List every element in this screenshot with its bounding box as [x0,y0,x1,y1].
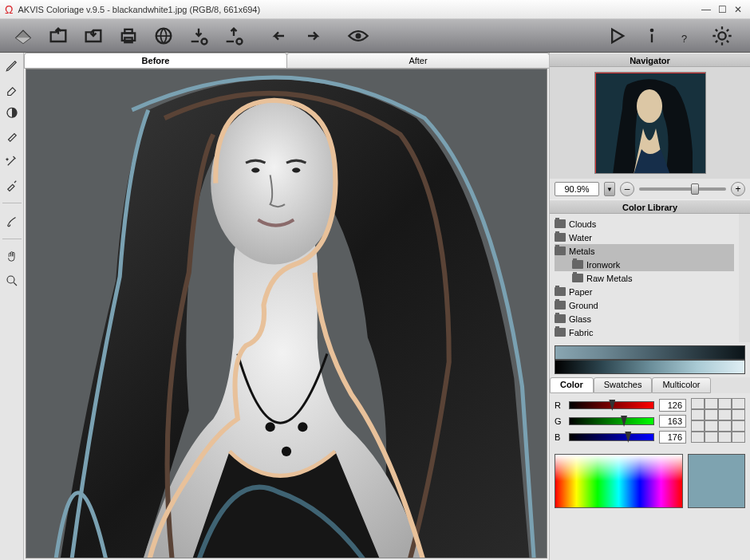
tree-node-ground[interactable]: Ground [555,298,734,312]
zoom-tool[interactable] [2,271,22,290]
zoom-value[interactable]: 90.9% [555,182,599,196]
tree-label: Water [569,233,592,243]
tree-label: Ironwork [586,260,620,270]
tube-tool[interactable] [2,128,22,147]
tree-node-ironwork[interactable]: Ironwork [555,258,734,271]
color-picker-row [550,451,750,511]
svg-point-18 [298,422,307,432]
svg-point-13 [211,102,338,265]
tab-before[interactable]: Before [24,53,287,68]
svg-rect-1 [124,29,132,33]
gradient-top[interactable] [555,345,745,360]
b-slider[interactable] [569,433,654,441]
tree-label: Fabric [569,328,594,337]
eyedropper-tool[interactable] [2,175,22,195]
zoom-controls: 90.9% ▼ – + [550,179,750,199]
tree-node-clouds[interactable]: Clouds [555,217,734,231]
save-file-button[interactable] [78,22,109,50]
window-title: AKVIS Coloriage v.9.5 - blackandwhite1.j… [18,5,697,14]
svg-point-15 [292,168,300,172]
svg-point-5 [237,38,243,44]
eraser-tool[interactable] [2,80,22,99]
undo-button[interactable] [263,22,294,50]
color-library-header: Color Library [550,199,750,214]
image-canvas[interactable] [26,69,547,558]
print-button[interactable] [113,22,144,50]
tree-node-paper[interactable]: Paper [555,285,734,298]
tree-scrollbar[interactable] [739,214,750,342]
redo-button[interactable] [298,22,329,50]
svg-point-16 [266,422,275,432]
titlebar: Ω AKVIS Coloriage v.9.5 - blackandwhite1… [0,0,750,19]
svg-point-17 [282,447,291,456]
tab-multicolor[interactable]: Multicolor [652,377,710,393]
keep-color-tool[interactable] [2,104,22,123]
svg-point-10 [718,32,725,39]
maximize-button[interactable]: ☐ [715,4,729,15]
svg-point-14 [251,168,259,172]
pencil-tool[interactable] [2,56,22,75]
g-slider[interactable] [569,417,654,425]
settings-button[interactable] [707,22,737,50]
gradient-swatches[interactable] [550,342,750,377]
brush-tool[interactable] [2,211,22,231]
main-toolbar: ? [0,19,750,53]
color-library-tree: Clouds Water Metals Ironwork Raw Metals … [550,214,739,342]
tree-label: Paper [569,287,592,297]
magic-tool[interactable] [2,152,22,171]
g-label: G [555,416,564,426]
export-strokes-button[interactable] [219,22,249,50]
tree-label: Raw Metals [586,274,632,283]
app-logo-icon: Ω [5,3,13,16]
gradient-bottom[interactable] [555,360,745,374]
tree-label: Glass [569,314,591,324]
hand-tool[interactable] [2,247,22,266]
spectrum-picker[interactable] [555,454,683,508]
svg-rect-8 [651,34,653,41]
zoom-dropdown[interactable]: ▼ [604,182,615,196]
tab-swatches[interactable]: Swatches [594,377,653,393]
navigator-header: Navigator [550,53,750,67]
svg-point-4 [202,38,207,44]
r-value[interactable]: 126 [659,399,686,412]
current-color-swatch[interactable] [688,454,745,508]
run-button[interactable] [602,22,632,50]
share-button[interactable] [148,22,179,50]
b-value[interactable]: 176 [659,431,686,444]
zoom-out-button[interactable]: – [620,182,634,196]
rgb-panel: R 126 G 163 B 176 [550,393,750,451]
svg-point-20 [637,89,662,123]
before-after-tabs: Before After [24,53,549,69]
tree-node-rawmetals[interactable]: Raw Metals [555,271,734,285]
right-panel: Navigator 90.9% ▼ – + Color Library [549,53,750,560]
zoom-in-button[interactable]: + [731,182,745,196]
tree-node-fabric[interactable]: Fabric [555,325,734,339]
vertical-toolbox [0,53,24,560]
tree-node-metals[interactable]: Metals [555,244,734,258]
tab-after[interactable]: After [286,53,550,68]
color-tabs: Color Swatches Multicolor [550,377,750,393]
help-button[interactable]: ? [672,22,702,50]
info-button[interactable] [637,22,667,50]
svg-point-11 [7,276,14,283]
app-icon-bucket [8,22,38,50]
g-value[interactable]: 163 [659,415,686,428]
preview-button[interactable] [343,22,373,50]
svg-text:?: ? [681,33,687,45]
svg-point-6 [356,33,361,38]
open-file-button[interactable] [43,22,73,50]
r-slider[interactable] [569,401,654,409]
tree-node-glass[interactable]: Glass [555,312,734,325]
palette-grid[interactable] [691,398,745,443]
svg-point-7 [650,28,654,32]
navigator-preview[interactable] [550,67,750,179]
close-button[interactable]: ✕ [731,4,745,15]
import-strokes-button[interactable] [184,22,214,50]
minimize-button[interactable]: — [699,4,713,15]
r-label: R [555,400,564,410]
tab-color[interactable]: Color [550,377,594,393]
tree-node-water[interactable]: Water [555,231,734,244]
tree-label: Ground [569,301,598,310]
zoom-slider[interactable] [639,187,726,191]
b-label: B [555,432,564,442]
